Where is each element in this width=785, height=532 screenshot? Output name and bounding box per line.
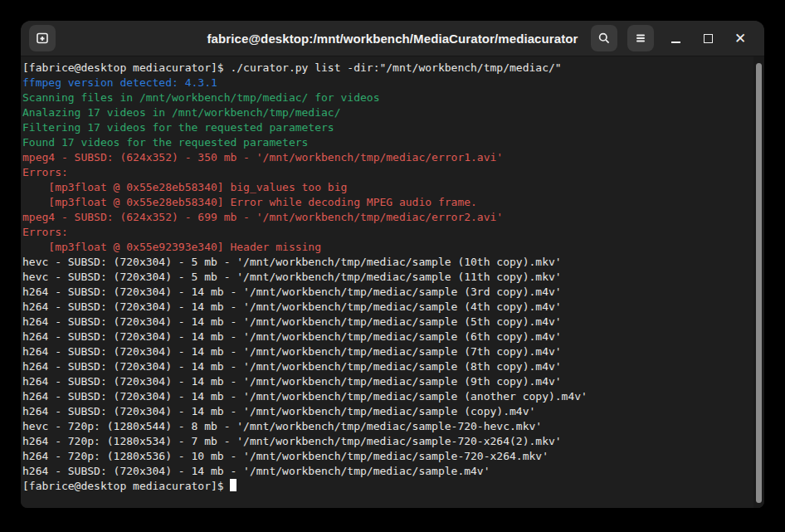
minimize-button[interactable] (665, 27, 686, 49)
close-button[interactable]: ✕ (729, 27, 751, 49)
minimize-icon (671, 41, 680, 43)
terminal-line: [mp3float @ 0x55e28eb58340] Error while … (22, 195, 751, 210)
terminal-line: h264 - SUBSD: (720x304) - 14 mb - '/mnt/… (22, 344, 751, 359)
terminal-line: h264 - SUBSD: (720x304) - 14 mb - '/mnt/… (22, 359, 751, 374)
terminal-line: h264 - SUBSD: (720x304) - 14 mb - '/mnt/… (22, 285, 751, 300)
terminal-line: Errors: (22, 165, 751, 180)
terminal-output[interactable]: [fabrice@desktop mediacurator]$ ./curato… (21, 56, 764, 508)
terminal-line: mpeg4 - SUBSD: (624x352) - 699 mb - '/mn… (22, 210, 751, 225)
search-button[interactable] (591, 25, 617, 51)
terminal-line: Analazing 17 videos in /mnt/workbench/tm… (22, 105, 751, 120)
hamburger-menu-icon (635, 32, 646, 44)
terminal-line: Found 17 videos for the requested parame… (22, 135, 751, 150)
terminal-line: ffmpeg version detected: 4.3.1 (22, 76, 751, 90)
terminal-line: h264 - 720p: (1280x534) - 7 mb - '/mnt/w… (22, 434, 751, 449)
terminal-line: Scanning files in /mnt/workbench/tmp/med… (22, 90, 751, 105)
desktop-background: fabrice@desktop:/mnt/workbench/MediaCura… (0, 0, 785, 532)
terminal-lines: [fabrice@desktop mediacurator]$ ./curato… (22, 61, 751, 494)
maximize-icon (704, 34, 713, 43)
terminal-line: [mp3float @ 0x55e28eb58340] big_values t… (22, 180, 751, 195)
menu-button[interactable] (627, 25, 654, 51)
terminal-line: hevc - SUBSD: (720x304) - 5 mb - '/mnt/w… (22, 270, 751, 285)
terminal-line: Filtering 17 videos for the requested pa… (22, 120, 751, 135)
terminal-line: h264 - 720p: (1280x536) - 10 mb - '/mnt/… (22, 449, 751, 464)
terminal-window: fabrice@desktop:/mnt/workbench/MediaCura… (21, 21, 764, 508)
terminal-cursor (230, 479, 236, 491)
scrollbar-thumb[interactable] (756, 63, 762, 503)
terminal-line: [fabrice@desktop mediacurator]$ (22, 479, 751, 494)
terminal-line: h264 - SUBSD: (720x304) - 14 mb - '/mnt/… (22, 329, 751, 344)
close-icon: ✕ (734, 32, 746, 46)
new-tab-button[interactable] (29, 25, 56, 51)
terminal-line: Errors: (22, 225, 751, 240)
scrollbar[interactable] (753, 56, 764, 508)
terminal-line: h264 - SUBSD: (720x304) - 14 mb - '/mnt/… (22, 464, 751, 479)
maximize-button[interactable] (697, 27, 719, 49)
terminal-line: mpeg4 - SUBSD: (624x352) - 350 mb - '/mn… (22, 150, 751, 165)
terminal-line: [mp3float @ 0x55e92393e340] Header missi… (22, 240, 751, 255)
search-icon (597, 32, 611, 45)
terminal-line: hevc - SUBSD: (720x304) - 5 mb - '/mnt/w… (22, 255, 751, 270)
terminal-line: h264 - SUBSD: (720x304) - 14 mb - '/mnt/… (22, 315, 751, 329)
terminal-line: hevc - 720p: (1280x544) - 8 mb - '/mnt/w… (22, 419, 751, 434)
window-title: fabrice@desktop:/mnt/workbench/MediaCura… (207, 32, 578, 46)
terminal-line: h264 - SUBSD: (720x304) - 14 mb - '/mnt/… (22, 300, 751, 315)
terminal-line: [fabrice@desktop mediacurator]$ ./curato… (22, 61, 751, 76)
terminal-line: h264 - SUBSD: (720x304) - 14 mb - '/mnt/… (22, 389, 751, 404)
new-tab-icon (36, 32, 49, 45)
terminal-line: h264 - SUBSD: (720x304) - 14 mb - '/mnt/… (22, 404, 751, 419)
titlebar[interactable]: fabrice@desktop:/mnt/workbench/MediaCura… (21, 21, 764, 56)
terminal-line: h264 - SUBSD: (720x304) - 14 mb - '/mnt/… (22, 374, 751, 389)
